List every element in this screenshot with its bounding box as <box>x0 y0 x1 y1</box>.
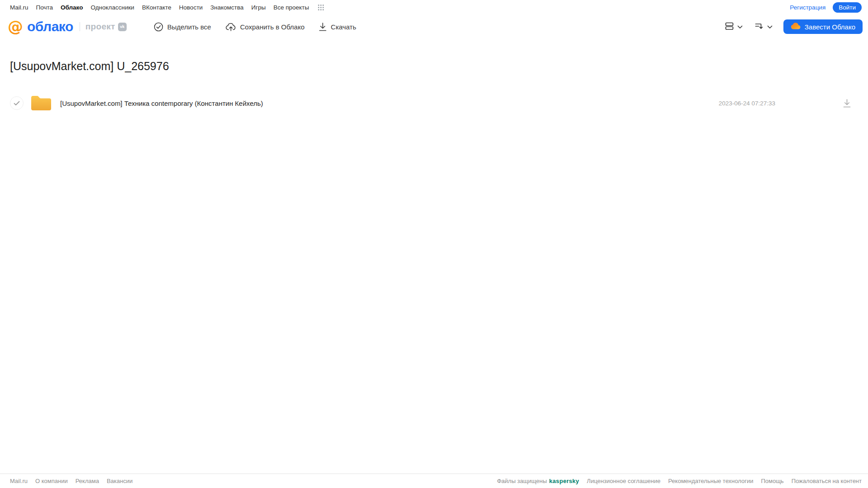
vk-logo-icon: vk <box>118 23 127 31</box>
download-button[interactable]: Скачать <box>319 23 356 31</box>
nav-link-news[interactable]: Новости <box>179 4 203 11</box>
list-view-icon <box>725 21 734 33</box>
nav-link-all-projects[interactable]: Все проекты <box>273 4 309 11</box>
apps-grid-icon[interactable] <box>318 4 324 11</box>
nav-link-vkontakte[interactable]: ВКонтакте <box>142 4 171 11</box>
footer-link-report-content[interactable]: Пожаловаться на контент <box>792 478 862 484</box>
sort-dropdown[interactable] <box>754 21 773 33</box>
footer-link-ads[interactable]: Реклама <box>76 478 99 484</box>
page-title: [UsupovMarket.com] U_265976 <box>10 60 868 73</box>
nav-link-dating[interactable]: Знакомства <box>210 4 243 11</box>
select-all-button[interactable]: Выделить все <box>154 22 211 32</box>
chevron-down-icon <box>767 23 773 31</box>
top-nav-links: Mail.ru Почта Облако Одноклассники ВКонт… <box>10 4 324 11</box>
kaspersky-logo[interactable]: kaspersky <box>549 478 579 484</box>
select-all-label: Выделить все <box>167 23 211 31</box>
cloud-logo[interactable]: @ облако проект vk <box>6 18 127 36</box>
footer-link-help[interactable]: Помощь <box>761 478 783 484</box>
nav-link-games[interactable]: Игры <box>251 4 266 11</box>
get-cloud-button[interactable]: Завести Облако <box>783 19 863 34</box>
download-label: Скачать <box>331 23 356 31</box>
file-date: 2023-06-24 07:27:33 <box>719 100 775 107</box>
save-to-cloud-label: Сохранить в Облако <box>240 23 305 31</box>
cloud-logo-text: облако <box>27 19 73 34</box>
nav-link-mail[interactable]: Почта <box>36 4 53 11</box>
row-checkbox[interactable] <box>10 96 24 110</box>
file-toolbar: Выделить все Сохранить в Облако Скачать <box>154 22 356 32</box>
header-bar: @ облако проект vk Выделить все <box>0 14 868 39</box>
footer-bar: Mail.ru О компании Реклама Вакансии Файл… <box>0 474 868 488</box>
file-row[interactable]: [UsupovMarket.com] Техника contemporary … <box>10 93 868 114</box>
svg-text:@: @ <box>8 18 23 35</box>
footer-link-recommendation-tech[interactable]: Рекомендательные технологии <box>668 478 753 484</box>
save-to-cloud-button[interactable]: Сохранить в Облако <box>226 22 305 32</box>
download-icon <box>319 23 327 31</box>
check-icon <box>14 101 20 106</box>
get-cloud-label: Завести Облако <box>805 23 855 31</box>
folder-icon <box>30 94 52 112</box>
row-download-icon[interactable] <box>843 99 851 108</box>
footer-right-links: Файлы защищены kaspersky Лицензионное со… <box>497 478 862 484</box>
nav-link-mailru[interactable]: Mail.ru <box>10 4 28 11</box>
footer-link-about[interactable]: О компании <box>35 478 68 484</box>
registration-link[interactable]: Регистрация <box>790 4 825 11</box>
vk-project-label: проект <box>85 22 115 32</box>
nav-link-cloud[interactable]: Облако <box>61 4 83 11</box>
footer-link-license[interactable]: Лицензионное соглашение <box>587 478 660 484</box>
view-mode-dropdown[interactable] <box>725 21 743 33</box>
chevron-down-icon <box>737 23 743 31</box>
footer-link-mailru[interactable]: Mail.ru <box>10 478 28 484</box>
file-name-link[interactable]: [UsupovMarket.com] Техника contemporary … <box>60 99 263 107</box>
mailru-at-icon: @ <box>6 18 24 36</box>
logo-divider <box>80 22 80 31</box>
file-list: [UsupovMarket.com] Техника contemporary … <box>10 93 868 114</box>
login-button[interactable]: Войти <box>833 2 862 13</box>
nav-link-odnoklassniki[interactable]: Одноклассники <box>90 4 134 11</box>
main-content: [UsupovMarket.com] U_265976 [UsupovM <box>0 60 868 114</box>
sort-icon <box>754 21 764 33</box>
footer-link-jobs[interactable]: Вакансии <box>107 478 133 484</box>
header-right-controls: Завести Облако <box>725 19 863 34</box>
files-protected-label: Файлы защищены <box>497 478 547 484</box>
kaspersky-protection: Файлы защищены kaspersky <box>497 478 579 484</box>
cloud-upload-icon <box>226 22 236 32</box>
top-nav-right: Регистрация Войти <box>790 2 862 13</box>
check-circle-icon <box>154 22 163 32</box>
top-nav-bar: Mail.ru Почта Облако Одноклассники ВКонт… <box>0 0 868 14</box>
cloud-icon <box>791 23 801 31</box>
footer-left-links: Mail.ru О компании Реклама Вакансии <box>10 478 133 484</box>
